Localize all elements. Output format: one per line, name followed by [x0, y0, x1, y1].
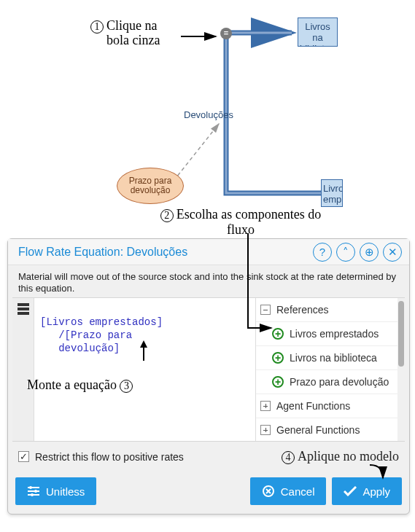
flow-rate-equation-dialog: Flow Rate Equation: Devoluções ? ˄ ⊕ ✕ M… [7, 238, 410, 515]
dialog-button-row: Unitless Cancel Apply [8, 472, 409, 514]
ref-item-prazo-devolucao[interactable]: + Prazo para devolução [256, 370, 405, 394]
dialog-body: [Livros emprestados] /[Prazo para devolu… [12, 297, 405, 442]
ref-item-livros-emprestados[interactable]: + Livros emprestados [256, 322, 405, 346]
close-icon[interactable]: ✕ [383, 243, 402, 262]
agent-functions-group[interactable]: Agent Functions [256, 394, 405, 418]
expand-icon[interactable] [260, 425, 271, 435]
scrollbar-thumb[interactable] [398, 301, 404, 367]
add-reference-icon[interactable]: + [272, 376, 284, 388]
help-icon[interactable]: ? [313, 243, 332, 262]
stock-livros-biblioteca[interactable]: Livros na biblioteca [298, 17, 338, 47]
sliders-icon [27, 485, 40, 498]
general-functions-group[interactable]: General Functions [256, 418, 405, 441]
arrow-up-icon [140, 340, 147, 348]
references-scrollbar[interactable] [397, 298, 405, 441]
dialog-header: Flow Rate Equation: Devoluções ? ˄ ⊕ ✕ [8, 239, 409, 265]
editor-gutter[interactable] [12, 298, 34, 441]
collapse-icon[interactable] [260, 305, 271, 315]
annotation-step-2: 2Escolha as componentes do fluxo [146, 207, 336, 237]
ref-item-livros-biblioteca[interactable]: + Livros na biblioteca [256, 346, 405, 370]
param-prazo-devolucao[interactable]: Prazo para devolução [117, 168, 184, 204]
dialog-title: Flow Rate Equation: Devoluções [18, 246, 309, 259]
annotation-step-1: 1Clique na bola cinza [90, 18, 179, 47]
annotation-step-3: Monte a equação 3 [27, 378, 136, 393]
collapse-icon[interactable]: ˄ [336, 243, 355, 262]
restrict-positive-checkbox[interactable]: ✓ [18, 451, 29, 462]
unitless-button[interactable]: Unitless [15, 477, 96, 505]
add-reference-icon[interactable]: + [272, 352, 284, 364]
expand-icon[interactable] [260, 401, 271, 411]
flow-label-devolucoes: Devoluções [184, 109, 233, 120]
model-diagram: = Livros na biblioteca Livros emprestado… [0, 0, 415, 233]
annotation-step-4: 4Aplique no modelo [282, 449, 399, 464]
references-panel: References + Livros emprestados + Livros… [255, 298, 405, 441]
add-reference-icon[interactable]: + [272, 328, 284, 340]
expand-icon[interactable]: ⊕ [360, 243, 379, 262]
references-group-header[interactable]: References [256, 298, 405, 322]
svg-point-4 [34, 490, 37, 493]
dialog-options-row: ✓ Restrict this flow to positive rates 4… [8, 442, 409, 472]
apply-check-icon [344, 485, 357, 498]
dialog-description: Material will move out of the source sto… [8, 265, 409, 297]
apply-button[interactable]: Apply [332, 477, 402, 505]
equation-editor[interactable]: [Livros emprestados] /[Prazo para devolu… [34, 298, 255, 441]
cancel-button[interactable]: Cancel [250, 477, 327, 505]
svg-point-5 [31, 493, 34, 496]
restrict-positive-label: Restrict this flow to positive rates [35, 451, 184, 463]
flow-equation-dot[interactable]: = [220, 28, 232, 39]
svg-point-3 [29, 486, 32, 489]
stock-livros-emprestados[interactable]: Livros emprestados [321, 179, 343, 207]
cancel-icon [262, 485, 275, 498]
